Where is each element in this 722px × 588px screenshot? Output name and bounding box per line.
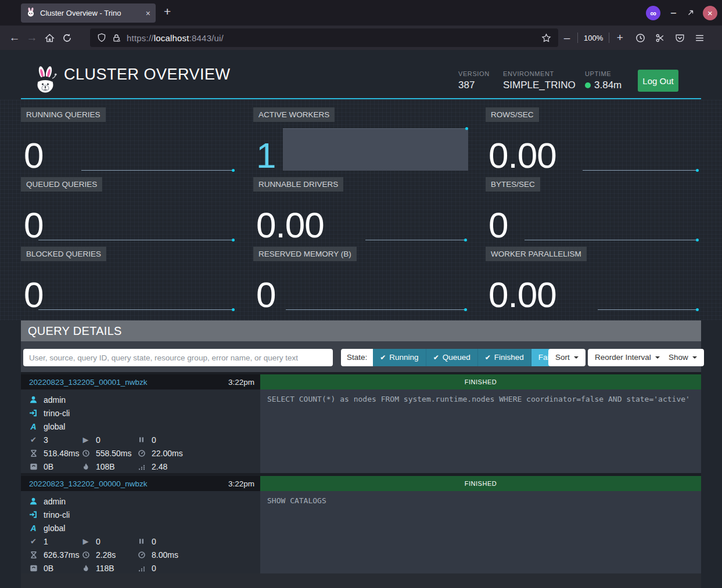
cpu-time: 8.00ms: [152, 550, 178, 560]
query-source: trino-cli: [44, 409, 70, 418]
stat-card-running-queries: RUNNING QUERIES 0: [21, 107, 237, 173]
running-splits: 0: [96, 435, 100, 445]
peak-memory-fire-icon: [81, 565, 90, 572]
query-state-badge: FINISHED: [260, 374, 701, 389]
sparkline: [38, 309, 234, 310]
cpu-time: 22.00ms: [152, 449, 183, 458]
user-icon: [29, 396, 38, 403]
stat-label: RUNNABLE DRIVERS: [253, 177, 343, 192]
tab-close-icon[interactable]: ×: [146, 9, 150, 18]
sparkline: [583, 170, 698, 171]
zoom-in-button[interactable]: +: [615, 31, 624, 44]
chevron-down-icon: [655, 356, 660, 359]
zoom-level[interactable]: 100%: [584, 34, 603, 42]
sparkline: [286, 309, 466, 310]
sort-dropdown[interactable]: Sort: [548, 349, 585, 366]
close-window-button[interactable]: ×: [703, 6, 717, 20]
stat-value: 0.00: [256, 208, 324, 243]
uptime-status-dot: [585, 82, 591, 88]
browser-tab[interactable]: Cluster Overview - Trino ×: [21, 3, 156, 23]
chevron-down-icon: [574, 356, 579, 359]
trino-favicon-icon: [26, 8, 35, 19]
new-tab-button[interactable]: +: [164, 5, 171, 19]
uptime-meta: UPTIME 3.84m: [585, 70, 622, 91]
pocket-icon[interactable]: [675, 33, 685, 43]
check-icon: ✔: [485, 349, 491, 366]
elapsed-time: 558.50ms: [96, 449, 131, 458]
query-summary-panel: admin trino-cli A global ✔3 ▶0 0 518.48m…: [21, 389, 260, 473]
stat-value: 0.00: [488, 139, 556, 173]
cpu-time-gauge-icon: [137, 551, 146, 558]
stat-label: WORKER PARALLELISM: [486, 247, 587, 261]
browser-window: Cluster Overview - Trino × + ∞ – × ← →: [0, 0, 722, 588]
stat-card-runnable-drivers: RUNNABLE DRIVERS 0.00: [253, 177, 469, 243]
url-text: https://localhost:8443/ui/: [127, 33, 224, 43]
state-running-toggle[interactable]: ✔ Running: [373, 349, 425, 366]
elapsed-time-clock-icon: [81, 551, 90, 558]
history-clock-icon[interactable]: [635, 33, 645, 43]
query-id-bar: 20220823_132202_00000_nwbzk 3:22pm: [21, 476, 260, 491]
current-memory-scale-icon: [29, 565, 38, 572]
query-id-link[interactable]: 20220823_132202_00000_nwbzk: [29, 479, 228, 488]
current-memory: 0B: [44, 564, 53, 573]
stat-value: 0: [256, 278, 275, 312]
query-list: 20220823_132205_00001_nwbzk 3:22pm FINIS…: [21, 372, 701, 588]
running-splits-play-icon: ▶: [81, 435, 90, 444]
cumulative-memory: 2.48: [152, 462, 167, 471]
back-button[interactable]: ←: [6, 31, 23, 44]
query-summary-panel: admin trino-cli A global ✔1 ▶0 0 626.37m…: [21, 491, 260, 573]
stat-card-bytes-sec: BYTES/SEC 0: [486, 177, 701, 243]
zoom-out-button[interactable]: –: [562, 31, 572, 44]
url-bar[interactable]: https://localhost:8443/ui/: [90, 28, 558, 47]
cumulative-memory-bars-icon: [137, 463, 146, 470]
elapsed-time-clock-icon: [81, 450, 90, 457]
wall-time: 626.37ms: [44, 550, 79, 560]
logout-button[interactable]: Log Out: [638, 70, 678, 92]
reload-button[interactable]: [58, 33, 76, 43]
query-time: 3:22pm: [228, 479, 254, 488]
query-resource-group: global: [44, 422, 65, 431]
stat-label: ROWS/SEC: [486, 107, 539, 122]
minimize-button[interactable]: –: [669, 8, 678, 18]
reorder-interval-dropdown[interactable]: Reorder Interval: [588, 349, 667, 366]
current-memory: 0B: [44, 462, 53, 471]
cluster-header: CLUSTER OVERVIEW VERSION 387 ENVIRONMENT…: [21, 55, 701, 98]
tab-title: Cluster Overview - Trino: [40, 9, 141, 17]
bookmark-star-icon[interactable]: [541, 33, 551, 43]
cpu-time-gauge-icon: [137, 450, 146, 457]
state-queued-toggle[interactable]: ✔ Queued: [426, 349, 477, 366]
state-finished-toggle[interactable]: ✔ Finished: [477, 349, 531, 366]
stat-card-queued-queries: QUEUED QUERIES 0: [21, 177, 237, 243]
screenshot-scissors-icon[interactable]: [655, 33, 665, 43]
state-filter-label: State:: [341, 349, 373, 366]
resource-group-icon: A: [29, 422, 38, 431]
sparkline-fill: [283, 128, 468, 171]
peak-memory: 108B: [96, 462, 115, 471]
connection-lock-icon[interactable]: [112, 34, 121, 42]
menu-hamburger-icon[interactable]: [695, 33, 705, 43]
check-icon: ✔: [380, 349, 386, 366]
home-button[interactable]: [41, 33, 58, 43]
private-browsing-mask-icon: ∞: [646, 6, 660, 20]
trino-bunny-logo: [33, 66, 59, 97]
stat-label: QUEUED QUERIES: [21, 177, 102, 192]
wall-time-hourglass-icon: [29, 551, 38, 558]
cluster-stats: RUNNING QUERIES 0 ACTIVE WORKERS 1 ROWS/…: [0, 100, 722, 320]
show-dropdown[interactable]: Show: [662, 349, 704, 366]
query-state-badge: FINISHED: [260, 476, 701, 491]
forward-button[interactable]: →: [23, 31, 41, 44]
cumulative-memory: 0: [152, 564, 156, 573]
stat-value: 0.00: [488, 278, 556, 312]
query-id-link[interactable]: 20220823_132205_00001_nwbzk: [29, 378, 228, 387]
stat-card-rows-sec: ROWS/SEC 0.00: [486, 107, 701, 173]
query-filter-input[interactable]: [23, 349, 333, 366]
tracking-protection-shield-icon[interactable]: [97, 33, 106, 42]
query-list-footer: [21, 573, 701, 588]
query-sql-text: SELECT COUNT(*) as nodes FROM system.run…: [260, 389, 701, 473]
query-user: admin: [44, 395, 66, 405]
peak-memory: 118B: [96, 564, 114, 573]
separator: [609, 33, 609, 43]
restore-window-button[interactable]: [687, 9, 695, 17]
query-filter-toolbar: State: ✔ Running ✔ Queued ✔ Finished Fai…: [21, 341, 701, 372]
sparkline: [598, 309, 698, 310]
